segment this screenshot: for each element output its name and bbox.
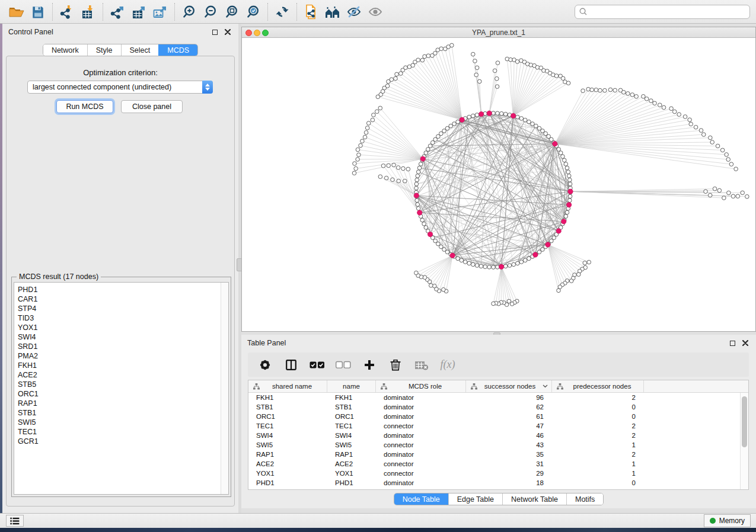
criterion-dropdown[interactable]: largest connected component (undirected) <box>27 81 213 94</box>
memory-button[interactable]: Memory <box>704 514 751 527</box>
cell: SWI5 <box>248 440 327 450</box>
tab-motifs[interactable]: Motifs <box>566 493 603 505</box>
search-input[interactable] <box>588 8 746 16</box>
refresh-button[interactable] <box>272 2 293 21</box>
table-row[interactable]: SWI5SWI5connector431 <box>248 440 740 450</box>
tab-edge-table[interactable]: Edge Table <box>448 493 502 505</box>
table-row[interactable]: PHD1PHD1dominator180 <box>248 478 740 488</box>
zoom-in-button[interactable] <box>178 2 200 21</box>
tree-icon <box>253 383 260 390</box>
mcds-node-item[interactable]: SWI5 <box>18 418 228 427</box>
tab-network-table[interactable]: Network Table <box>502 493 566 505</box>
mcds-button-row: Run MCDS Close panel <box>7 100 234 114</box>
mcds-node-item[interactable]: FKH1 <box>18 361 228 370</box>
cell-filler <box>644 421 740 431</box>
cell: PHD1 <box>327 478 376 488</box>
network-graph[interactable] <box>242 38 755 331</box>
mcds-node-item[interactable]: PHD1 <box>18 285 228 294</box>
table-row[interactable]: STB1STB1dominator620 <box>248 402 740 412</box>
mcds-node-item[interactable]: TEC1 <box>18 427 228 437</box>
mcds-node-item[interactable]: ACE2 <box>18 370 228 380</box>
network-overview-button[interactable] <box>322 2 343 21</box>
mcds-result-groupbox: MCDS result (17 nodes) PHD1CAR1STP4TID3Y… <box>11 277 231 497</box>
network-view[interactable] <box>242 38 755 331</box>
export-network-button[interactable] <box>107 2 128 21</box>
column-header-shared-name[interactable]: shared name <box>248 380 327 392</box>
float-panel-icon[interactable] <box>210 28 219 36</box>
mcds-node-item[interactable]: TID3 <box>18 313 228 323</box>
mcds-node-item[interactable]: STP4 <box>18 304 228 313</box>
zoom-selected-button[interactable] <box>243 2 264 21</box>
column-header-MCDS-role[interactable]: MCDS role <box>376 380 466 392</box>
window-close-icon[interactable] <box>245 30 252 36</box>
zoom-fit-button[interactable] <box>221 2 243 21</box>
column-header-predecessor-nodes[interactable]: predecessor nodes <box>552 380 644 392</box>
column-header-name[interactable]: name <box>327 380 376 392</box>
table-row[interactable]: RAP1RAP1dominator352 <box>248 450 740 459</box>
run-mcds-button[interactable]: Run MCDS <box>56 100 113 113</box>
mcds-node-item[interactable]: SWI4 <box>18 332 228 342</box>
mcds-node-item[interactable]: PMA2 <box>18 351 228 361</box>
select-all-button[interactable] <box>308 357 326 373</box>
gear-button[interactable] <box>256 357 274 373</box>
cell: YOX1 <box>327 469 376 478</box>
show-hidden-button[interactable] <box>365 2 386 21</box>
export-table-button[interactable] <box>128 2 149 21</box>
float-table-panel-icon[interactable] <box>728 339 737 347</box>
table-row[interactable]: ORC1ORC1dominator610 <box>248 412 740 421</box>
cell: RAP1 <box>327 450 376 459</box>
column-layout-button[interactable] <box>282 357 300 373</box>
mcds-list-scrollbar[interactable] <box>221 283 228 494</box>
mcds-node-item[interactable]: CAR1 <box>18 294 228 304</box>
mcds-node-item[interactable]: STB5 <box>18 380 228 389</box>
add-button[interactable] <box>361 357 378 373</box>
cell: dominator <box>376 450 466 459</box>
import-table-icon <box>81 5 95 19</box>
save-button[interactable] <box>27 2 49 21</box>
mcds-node-item[interactable]: RAP1 <box>18 399 228 408</box>
add-icon <box>363 359 375 371</box>
tab-network[interactable]: Network <box>43 44 87 56</box>
table-row[interactable]: TEC1TEC1connector472 <box>248 421 740 431</box>
tab-select[interactable]: Select <box>121 44 159 56</box>
table-row[interactable]: ACE2ACE2connector311 <box>248 459 740 469</box>
delete-button[interactable] <box>387 357 404 373</box>
status-bar: Memory <box>0 513 756 528</box>
deselect-all-button[interactable] <box>334 357 352 373</box>
mcds-node-item[interactable]: ORC1 <box>18 389 228 399</box>
table-row[interactable]: SWI4SWI4dominator462 <box>248 431 740 440</box>
mcds-result-list[interactable]: PHD1CAR1STP4TID3YOX1SWI4SRD1PMA2FKH1ACE2… <box>14 282 229 495</box>
mcds-node-item[interactable]: GCR1 <box>18 437 228 446</box>
window-minimize-icon[interactable] <box>254 30 260 36</box>
network-window-titlebar[interactable]: YPA_prune.txt_1 <box>242 27 755 38</box>
table-row[interactable]: YOX1YOX1connector291 <box>248 469 740 478</box>
network-window-title: YPA_prune.txt_1 <box>472 28 525 37</box>
zoom-out-button[interactable] <box>200 2 221 21</box>
close-panel-button[interactable]: Close panel <box>121 100 183 113</box>
mcds-node-item[interactable]: YOX1 <box>18 323 228 332</box>
close-panel-icon[interactable] <box>223 28 232 36</box>
panel-menu-button[interactable] <box>6 515 24 527</box>
toolbar-separator <box>296 3 297 21</box>
table-row[interactable]: FKH1FKH1dominator962 <box>248 393 740 402</box>
export-image-button[interactable] <box>149 2 171 21</box>
table-scrollbar-thumb[interactable] <box>742 396 747 447</box>
mcds-node-item[interactable]: SRD1 <box>18 342 228 351</box>
mcds-node-item[interactable]: STB1 <box>18 408 228 418</box>
open-folder-button[interactable] <box>6 2 27 21</box>
tab-mcds[interactable]: MCDS <box>158 44 197 56</box>
import-table-button[interactable] <box>78 2 99 21</box>
close-table-panel-icon[interactable] <box>741 339 750 347</box>
tree-icon <box>557 383 563 390</box>
table-scrollbar[interactable] <box>740 393 748 489</box>
column-header-successor-nodes[interactable]: successor nodes <box>466 380 552 392</box>
toolbar-separator <box>103 3 103 21</box>
tab-node-table[interactable]: Node Table <box>394 493 448 505</box>
import-network-button[interactable] <box>56 2 78 21</box>
search-box[interactable] <box>575 5 750 19</box>
new-network-from-selection-button[interactable] <box>301 2 322 21</box>
hide-selected-button[interactable] <box>343 2 365 21</box>
cell: 96 <box>466 393 552 402</box>
window-zoom-icon[interactable] <box>262 30 269 36</box>
tab-style[interactable]: Style <box>87 44 121 56</box>
